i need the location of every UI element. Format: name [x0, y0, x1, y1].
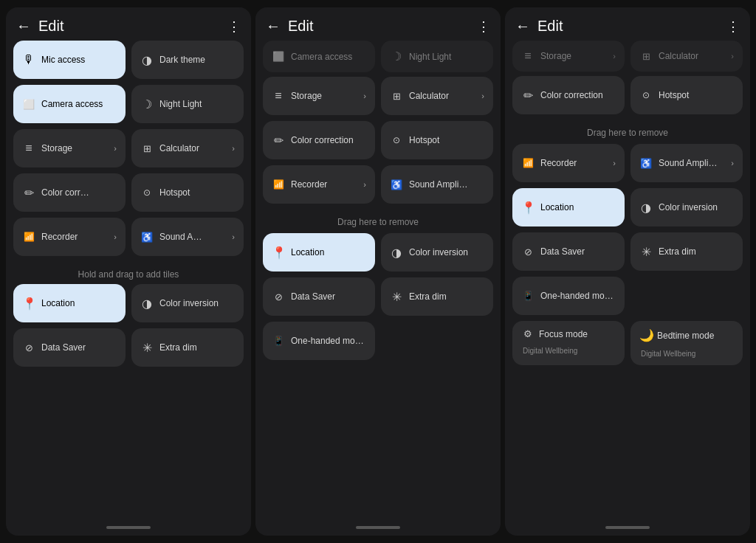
- color-inv-icon-p3: ◑: [639, 201, 653, 215]
- bedtime-sublabel: Digital Wellbeing: [639, 350, 695, 358]
- back-button-3[interactable]: ←: [515, 18, 530, 35]
- tile-calculator[interactable]: ⊞ Calculator ›: [131, 129, 244, 167]
- tile-extra-dim-label-1: Extra dim: [159, 342, 235, 353]
- tile-bedtime-mode[interactable]: 🌙 Bedtime mode Digital Wellbeing: [630, 321, 743, 365]
- tile-storage[interactable]: ≡ Storage ›: [13, 129, 126, 167]
- calculator-chevron: ›: [232, 144, 235, 153]
- tile-extra-dim-p3[interactable]: ✳ Extra dim: [630, 232, 743, 271]
- tile-camera-p2[interactable]: ⬜ Camera access: [263, 41, 375, 72]
- bottom-bar-2: [255, 522, 501, 536]
- tile-color-corr-p2[interactable]: ✏ Color correction: [263, 121, 375, 159]
- tile-calc-p3-top[interactable]: ⊞ Calculator ›: [630, 41, 743, 72]
- more-menu-1[interactable]: ⋮: [227, 18, 241, 35]
- hotspot-icon-p3: ⊙: [639, 90, 653, 100]
- drag-label-3: Drag here to remove: [512, 120, 743, 144]
- tile-night-label-p2: Night Light: [409, 52, 484, 62]
- tile-focus-label: Focus mode: [539, 329, 616, 339]
- tile-color-corr-label-p3: Color correction: [540, 90, 616, 100]
- tile-extra-dim-p2[interactable]: ✳ Extra dim: [381, 277, 493, 316]
- tile-data-saver-label-p2: Data Saver: [291, 291, 366, 302]
- storage-icon-p3-top: ≡: [521, 49, 535, 63]
- tile-recorder-p2[interactable]: 📶 Recorder ›: [263, 165, 375, 204]
- tile-camera-access[interactable]: ⬜ Camera access: [13, 85, 126, 123]
- bedtime-mode-icon: 🌙: [639, 328, 653, 342]
- color-correction-icon: ✏: [22, 186, 35, 200]
- tile-location-1[interactable]: 📍 Location: [13, 284, 126, 322]
- hotspot-icon-p2: ⊙: [390, 135, 403, 145]
- bedtime-mode-row: 🌙 Bedtime mode: [639, 328, 734, 342]
- tile-color-inv-label-p3: Color inversion: [659, 202, 734, 212]
- tile-storage-p3-top[interactable]: ≡ Storage ›: [512, 41, 625, 72]
- back-button-1[interactable]: ←: [16, 18, 31, 35]
- tile-data-saver-p2[interactable]: ⊘ Data Saver: [263, 277, 375, 316]
- tile-storage-p2[interactable]: ≡ Storage ›: [263, 77, 375, 115]
- tile-hotspot[interactable]: ⊙ Hotspot: [131, 173, 244, 212]
- calc-chev-p3: ›: [731, 52, 734, 60]
- recorder-icon: 📶: [22, 232, 35, 242]
- tile-recorder[interactable]: 📶 Recorder ›: [13, 218, 126, 256]
- tile-location-p3[interactable]: 📍 Location: [512, 188, 625, 226]
- tile-color-inv-p3[interactable]: ◑ Color inversion: [630, 188, 743, 226]
- more-menu-2[interactable]: ⋮: [477, 18, 490, 35]
- calc-icon-p2: ⊞: [390, 91, 403, 102]
- tile-storage-label: Storage: [41, 143, 108, 153]
- tile-mic-access[interactable]: 🎙 Mic access: [13, 41, 126, 79]
- tile-data-saver-label-1: Data Saver: [41, 342, 117, 353]
- tile-sound-p2[interactable]: ♿ Sound Ampli…: [381, 165, 493, 204]
- tile-extra-dim-label-p3: Extra dim: [659, 246, 734, 257]
- tile-sound-p3[interactable]: ♿ Sound Ampli… ›: [630, 144, 743, 182]
- tile-calculator-label: Calculator: [159, 143, 226, 153]
- tile-hotspot-p3[interactable]: ⊙ Hotspot: [630, 76, 743, 114]
- tile-camera-label: Camera access: [41, 99, 117, 109]
- mic-icon: 🎙: [22, 53, 35, 66]
- tile-one-handed-p2[interactable]: 📱 One-handed mo…: [263, 322, 375, 360]
- storage-chevron: ›: [114, 144, 117, 153]
- back-button-2[interactable]: ←: [266, 18, 281, 35]
- tile-dark-theme[interactable]: ◑ Dark theme: [131, 41, 244, 79]
- panel-1: ← Edit ⋮ 🎙 Mic access ◑ Dark theme ⬜ Cam…: [6, 7, 251, 536]
- tile-location-label-1: Location: [41, 298, 117, 308]
- tile-color-inversion-1[interactable]: ◑ Color inversion: [131, 284, 244, 322]
- tile-one-handed-p3[interactable]: 📱 One-handed mo…: [512, 277, 625, 315]
- tile-data-saver-p3[interactable]: ⊘ Data Saver: [512, 232, 625, 271]
- tile-color-label: Color corr…: [41, 187, 117, 198]
- color-corr-icon-p3: ✏: [521, 89, 535, 103]
- panel-1-header: ← Edit ⋮: [6, 7, 251, 41]
- tile-color-correction[interactable]: ✏ Color corr…: [13, 173, 126, 212]
- tile-calc-label-p3-top: Calculator: [659, 51, 725, 61]
- panel-2-header: ← Edit ⋮: [255, 7, 501, 41]
- tile-data-saver-label-p3: Data Saver: [540, 246, 616, 257]
- sound-chevron: ›: [232, 232, 235, 241]
- tile-data-saver-1[interactable]: ⊘ Data Saver: [13, 328, 126, 367]
- screenshot-wrapper: ← Edit ⋮ 🎙 Mic access ◑ Dark theme ⬜ Cam…: [0, 0, 756, 543]
- focus-mode-row: ⚙ Focus mode: [521, 328, 616, 339]
- focus-sublabel: Digital Wellbeing: [521, 347, 577, 355]
- more-menu-3[interactable]: ⋮: [726, 18, 740, 35]
- panel-2-main-grid: ≡ Storage › ⊞ Calculator › ✏ Color corre…: [263, 77, 493, 159]
- extra-dim-icon-p2: ✳: [390, 290, 403, 304]
- tile-recorder-p3[interactable]: 📶 Recorder ›: [512, 144, 625, 182]
- tile-location-p2[interactable]: 📍 Location: [263, 233, 375, 272]
- tile-night-p2[interactable]: ☽ Night Light: [381, 41, 493, 72]
- tile-sound-label-p3: Sound Ampli…: [659, 158, 725, 168]
- tile-calculator-p2[interactable]: ⊞ Calculator ›: [381, 77, 493, 115]
- data-saver-icon-p3: ⊘: [521, 246, 535, 257]
- data-saver-icon-1: ⊘: [22, 342, 35, 353]
- tile-hotspot-p2[interactable]: ⊙ Hotspot: [381, 121, 493, 159]
- tile-color-inv-p2[interactable]: ◑ Color inversion: [381, 233, 493, 272]
- tile-hotspot-label: Hotspot: [159, 187, 235, 198]
- night-light-icon: ☽: [140, 97, 154, 111]
- tile-extra-dim-1[interactable]: ✳ Extra dim: [131, 328, 244, 367]
- tile-storage-label-p3-top: Storage: [540, 51, 607, 61]
- tile-focus-mode[interactable]: ⚙ Focus mode Digital Wellbeing: [512, 321, 625, 365]
- location-icon-p2: 📍: [272, 246, 285, 260]
- panel-3-bottom-grid: 📍 Location ◑ Color inversion ⊘ Data Save…: [512, 188, 743, 315]
- extra-dim-icon-1: ✳: [140, 341, 154, 355]
- tile-sound-amp[interactable]: ♿ Sound A… ›: [131, 218, 244, 256]
- tile-color-corr-p3[interactable]: ✏ Color correction: [512, 76, 625, 114]
- one-handed-icon-p2: 📱: [272, 336, 285, 346]
- extra-dim-icon-p3: ✳: [639, 245, 653, 259]
- recorder-chevron-p3: ›: [613, 159, 616, 167]
- tile-recorder-label-p2: Recorder: [291, 179, 357, 190]
- tile-night-light[interactable]: ☽ Night Light: [131, 85, 244, 123]
